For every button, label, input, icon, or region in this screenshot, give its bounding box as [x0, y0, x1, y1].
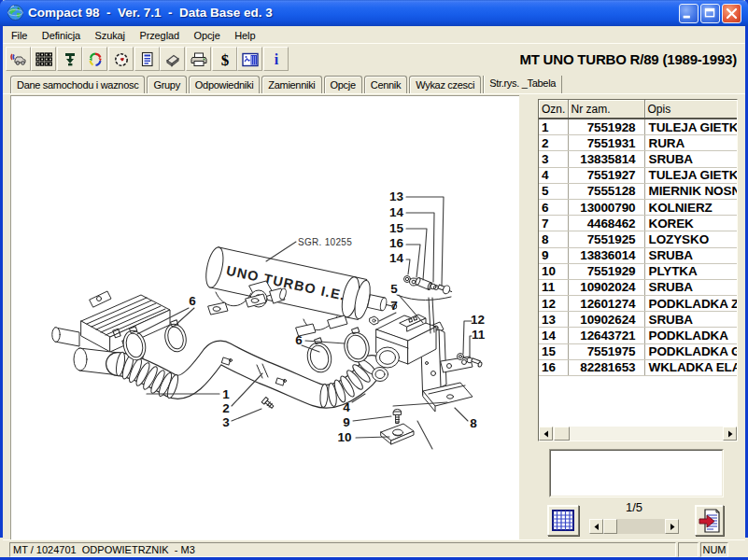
minimize-icon: [680, 5, 698, 22]
scroll-thumb[interactable]: [554, 427, 570, 441]
table-row[interactable]: 57555128MIERNIK NOSN: [539, 183, 738, 199]
column-header-nr-zam[interactable]: Nr zam.: [568, 100, 644, 119]
picture-browser-icon: [242, 51, 259, 68]
table-row[interactable]: 74468462KOREK: [539, 216, 738, 231]
callout-16: 16: [389, 236, 404, 250]
callout-1: 1: [222, 387, 230, 401]
callout-6-left: 6: [189, 294, 196, 308]
diagram-saddle-left: [208, 292, 266, 315]
toolbar-info-button[interactable]: i: [263, 47, 289, 71]
column-header-ozn[interactable]: Ozn.: [539, 100, 568, 119]
status-pane-empty: [678, 542, 699, 557]
svg-text:i: i: [275, 51, 279, 67]
toolbar-filter-button[interactable]: [57, 47, 82, 71]
toolbar-document-button[interactable]: [134, 47, 160, 71]
toolbar-parts-grid-button[interactable]: [31, 47, 56, 71]
menu-szukaj[interactable]: Szukaj: [95, 27, 125, 41]
toolbar-eraser-button[interactable]: [160, 47, 185, 71]
diagram-bolt-9: [394, 409, 402, 423]
table-row[interactable]: 913836014SRUBA: [539, 247, 738, 263]
window-border-left: [0, 0, 3, 538]
parts-table[interactable]: Ozn. Nr zam. Opis 17551928TULEJA GIETKA …: [538, 99, 738, 441]
status-bar: MT / 1024701 ODPOWIETRZNIK - M3 NUM: [3, 539, 745, 557]
table-row[interactable]: 157551975PODKLADKA GU: [539, 343, 738, 359]
vehicle-title: MT UNO TURBO R/89 (1989-1993): [519, 51, 737, 67]
filter-valve-icon: [62, 51, 78, 68]
table-row[interactable]: 107551929PLYTKA: [539, 263, 738, 279]
callout-2: 2: [222, 401, 230, 415]
table-row[interactable]: 1212601274PODKLADKA ZE: [539, 296, 738, 312]
table-row[interactable]: 27551931RURA: [539, 135, 738, 151]
document-icon: [139, 51, 156, 68]
menu-file[interactable]: File: [11, 27, 27, 41]
table-header-row: Ozn. Nr zam. Opis: [539, 100, 738, 119]
tab-odpowiedniki[interactable]: Odpowiedniki: [189, 76, 260, 93]
minimize-button[interactable]: [679, 4, 699, 23]
callout-14a: 14: [389, 205, 404, 219]
maximize-button[interactable]: [700, 4, 720, 23]
diagram-saddle-right: [296, 315, 347, 336]
diagram-silencer-cylinder: UNO TURBO I.E.: [203, 245, 401, 336]
menu-definicja[interactable]: Definicja: [42, 27, 80, 41]
table-row[interactable]: 613000790KOLNIERZ: [539, 199, 738, 215]
table-horizontal-scrollbar[interactable]: [539, 427, 737, 441]
drawing-code-label: SGR. 10255: [298, 237, 352, 247]
toolbar-target-button[interactable]: [108, 47, 134, 71]
scroll-left-button[interactable]: [539, 427, 553, 441]
menu-przeglad[interactable]: Przeglad: [139, 27, 179, 41]
table-row[interactable]: 47551927TULEJA GIETKA: [539, 167, 738, 183]
tab-grupy[interactable]: Grupy: [147, 76, 186, 93]
toolbar-refresh-button[interactable]: [82, 47, 107, 71]
close-icon: [723, 5, 741, 22]
diagram-valve-parts: [404, 276, 454, 296]
application-window: { "window": { "title": "Compact 98 - Ver…: [0, 0, 748, 560]
toolbar-prices-button[interactable]: $: [212, 47, 237, 71]
printer-icon: [191, 51, 207, 68]
menu-bar: File Definicja Szukaj Przeglad Opcje Hel…: [3, 26, 745, 43]
callout-4: 4: [343, 400, 350, 414]
table-row[interactable]: 313835814SRUBA: [539, 151, 738, 167]
page-prev-button[interactable]: [589, 519, 603, 534]
tab-zamienniki[interactable]: Zamienniki: [261, 76, 321, 93]
toolbar-picture-button[interactable]: [237, 47, 262, 71]
toolbar-print-button[interactable]: [186, 47, 211, 71]
diagram-plate-10: [381, 424, 414, 444]
page-scroll-thumb[interactable]: [603, 519, 617, 534]
print-table-button[interactable]: [695, 505, 724, 536]
title-bar[interactable]: Compact 98 - Ver. 7.1 - Data Base ed. 3: [0, 0, 748, 26]
menu-opcje[interactable]: Opcje: [193, 27, 219, 41]
tab-cennik[interactable]: Cennik: [364, 76, 407, 93]
tab-dane-samochodu[interactable]: Dane samochodu i waznosc: [10, 76, 145, 93]
table-row[interactable]: 1110902024SRUBA: [539, 279, 738, 295]
table-view-button[interactable]: [547, 505, 579, 536]
close-button[interactable]: [722, 4, 741, 23]
scroll-right-button[interactable]: [723, 427, 737, 441]
diagram-panel[interactable]: UNO TURBO I.E.: [10, 95, 519, 539]
page-next-button[interactable]: [665, 519, 679, 534]
diagram-duct: [115, 352, 378, 408]
table-row[interactable]: 1412643721PODKLADKA: [539, 328, 738, 343]
status-message: MT / 1024701 ODPOWIETRZNIK - M3: [9, 542, 676, 557]
callout-5: 5: [390, 282, 398, 296]
right-arrow-icon: [669, 523, 676, 531]
right-arrow-icon: [727, 430, 734, 438]
left-arrow-icon: [593, 523, 600, 531]
page-scrollbar[interactable]: [589, 519, 679, 534]
tab-wykaz-czesci[interactable]: Wykaz czesci: [409, 76, 481, 93]
table-row[interactable]: 17551928TULEJA GIETKA: [539, 119, 738, 135]
notes-box[interactable]: [549, 449, 724, 497]
window-title: Compact 98 - Ver. 7.1 - Data Base ed. 3: [28, 0, 273, 26]
menu-help[interactable]: Help: [234, 27, 255, 41]
tab-opcje[interactable]: Opcje: [324, 76, 362, 93]
table-row[interactable]: 87551925LOZYSKO: [539, 231, 738, 247]
table-row[interactable]: 1310902624SRUBA: [539, 312, 738, 328]
callout-9: 9: [343, 415, 350, 429]
column-header-opis[interactable]: Opis: [644, 100, 738, 119]
eraser-icon: [164, 51, 181, 68]
callout-14b: 14: [389, 251, 404, 265]
toolbar-car-search-button[interactable]: [6, 47, 31, 71]
callout-15: 15: [389, 221, 404, 235]
table-grid-icon: [552, 510, 574, 531]
table-row[interactable]: 1682281653WKLADKA ELAS: [539, 359, 738, 375]
left-arrow-icon: [543, 430, 550, 438]
